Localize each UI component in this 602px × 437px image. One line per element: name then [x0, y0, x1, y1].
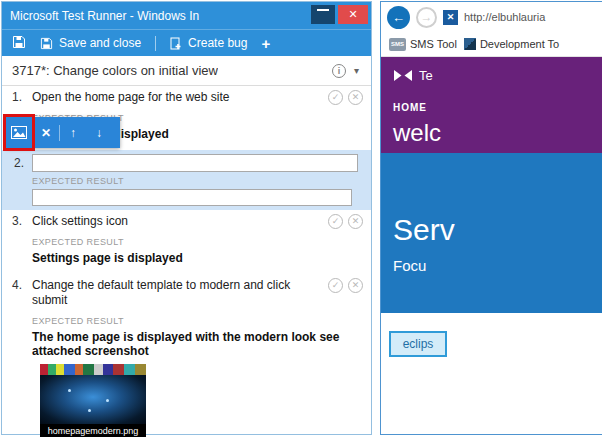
favorite-label: SMS Tool [410, 38, 457, 50]
save-and-close-button[interactable]: Save and close [40, 36, 141, 50]
step-3[interactable]: 3. Click settings icon ✓ ✕ EXPECTED RESU… [2, 214, 371, 265]
address-bar[interactable]: http://elbuhlauria [464, 11, 602, 23]
step-4[interactable]: 4. Change the default template to modern… [2, 278, 371, 437]
expected-result-text: Settings page is displayed [32, 251, 352, 265]
forward-button[interactable]: → [416, 7, 437, 28]
thumbnail-image [40, 375, 146, 424]
back-button[interactable]: ← [387, 6, 410, 29]
close-icon: ✕ [348, 8, 357, 21]
thumbnail-strip [40, 364, 146, 375]
thumbnail-detail [68, 389, 71, 392]
test-case-header: 3717*: Change colors on initial view i ▾ [2, 56, 371, 86]
screen: Microsoft Test Runner - Windows In ✕ [0, 0, 602, 437]
fail-mark-icon[interactable]: ✕ [348, 214, 363, 229]
save-and-close-icon [40, 37, 53, 50]
expected-result-label: EXPECTED RESULT [32, 176, 124, 186]
thumbnail-detail [106, 399, 109, 402]
sms-tool-icon: SMS [389, 38, 406, 51]
eclipse-button[interactable]: eclips [389, 331, 447, 357]
expected-result-text: The home page is displayed with the mode… [32, 330, 352, 358]
save-and-close-label: Save and close [59, 36, 141, 50]
info-icon[interactable]: i [332, 64, 346, 78]
header-icons: i ▾ [332, 64, 359, 78]
hero-subtitle: Focu [393, 257, 602, 274]
toolbar-separator [155, 36, 156, 51]
create-bug-button[interactable]: Create bug [170, 36, 247, 50]
minimize-icon [317, 9, 329, 11]
pass-mark-icon[interactable]: ✓ [328, 278, 343, 293]
titlebar[interactable]: Microsoft Test Runner - Windows In ✕ [2, 2, 371, 29]
create-bug-icon [170, 37, 182, 50]
test-runner-window: Microsoft Test Runner - Windows In ✕ [1, 1, 372, 435]
site-content-band: eclips [381, 313, 602, 357]
window-controls: ✕ [311, 5, 368, 24]
add-button[interactable]: + [261, 35, 270, 52]
fail-mark-icon[interactable]: ✕ [348, 90, 363, 105]
step-title: Change the default template to modern an… [32, 278, 320, 308]
move-up-button[interactable]: ↑ [60, 117, 86, 148]
site-hero-band: Serv Focu [381, 153, 602, 313]
development-tool-icon [464, 38, 476, 50]
welcome-heading: welc [393, 119, 602, 147]
web-page: Te HOME welc Serv Focu eclips [381, 57, 602, 434]
site-favicon-icon: ✕ [443, 10, 458, 25]
nav-home-link[interactable]: HOME [393, 102, 602, 113]
attachment-filename: homepagemodern.png [40, 424, 146, 437]
step-edit-toolbar: ✕ ↑ ↓ [6, 117, 120, 148]
step-number: 2. [14, 156, 34, 170]
move-down-button[interactable]: ↓ [86, 117, 112, 148]
expected-result-label: EXPECTED RESULT [32, 237, 371, 247]
delete-step-button[interactable]: ✕ [33, 117, 59, 148]
favorite-development-tool[interactable]: Development To [464, 38, 559, 50]
save-icon [12, 35, 26, 49]
favorites-bar: SMS SMS Tool Development To [381, 32, 602, 57]
step2-expected-input[interactable] [32, 189, 352, 206]
site-logo-icon [393, 69, 413, 82]
browser-window: ← → ✕ http://elbuhlauria SMS SMS Tool De… [380, 1, 602, 435]
close-button[interactable]: ✕ [338, 5, 368, 24]
thumbnail-detail [88, 409, 91, 412]
hero-title: Serv [393, 213, 602, 247]
step-title: Open the home page for the web site [32, 90, 320, 105]
step2-action-input[interactable] [32, 154, 358, 172]
site-brand[interactable]: Te [393, 66, 602, 84]
site-header-band: Te HOME welc [381, 57, 602, 153]
picture-icon [11, 126, 27, 139]
step-number: 4. [12, 278, 32, 292]
window-title: Microsoft Test Runner - Windows In [10, 9, 310, 23]
expected-result-label: EXPECTED RESULT [32, 316, 371, 326]
save-button[interactable] [12, 35, 26, 52]
favorite-label: Development To [480, 38, 559, 50]
favorite-sms-tool[interactable]: SMS SMS Tool [389, 38, 457, 51]
minimize-button[interactable] [311, 5, 335, 24]
step-number: 3. [12, 214, 32, 228]
site-brand-text: Te [419, 68, 433, 83]
test-case-title: 3717*: Change colors on initial view [12, 63, 218, 78]
fail-mark-icon[interactable]: ✕ [348, 278, 363, 293]
insert-image-button[interactable] [6, 117, 32, 148]
chevron-down-icon[interactable]: ▾ [354, 65, 359, 76]
step-2-selected[interactable]: 2. EXPECTED RESULT [2, 150, 371, 210]
step-title: Click settings icon [32, 214, 320, 229]
browser-nav-bar: ← → ✕ http://elbuhlauria [381, 2, 602, 32]
steps-list: 1. Open the home page for the web site ✓… [2, 86, 371, 434]
attachment-thumbnail[interactable]: homepagemodern.png [40, 364, 146, 437]
pass-mark-icon[interactable]: ✓ [328, 214, 343, 229]
runner-toolbar: Save and close Create bug + [2, 29, 371, 56]
pass-mark-icon[interactable]: ✓ [328, 90, 343, 105]
step-number: 1. [12, 90, 32, 104]
create-bug-label: Create bug [188, 36, 247, 50]
